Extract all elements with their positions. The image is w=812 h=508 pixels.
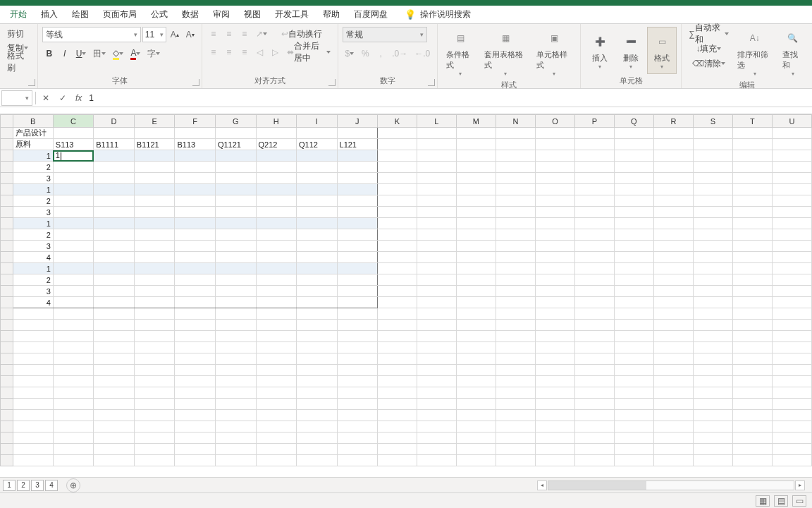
cell[interactable] xyxy=(456,320,496,331)
col-header-D[interactable]: D xyxy=(94,115,135,128)
cell[interactable] xyxy=(535,444,574,455)
cell[interactable]: 产品设计 xyxy=(13,128,53,139)
cell[interactable] xyxy=(337,184,377,195)
cell[interactable] xyxy=(297,162,337,173)
cell[interactable] xyxy=(614,128,653,139)
cell[interactable] xyxy=(732,139,772,150)
cell[interactable] xyxy=(377,365,417,376)
cell[interactable] xyxy=(256,162,296,173)
cell[interactable] xyxy=(53,320,93,331)
cell[interactable] xyxy=(653,399,693,410)
cell[interactable] xyxy=(574,263,614,274)
col-header-T[interactable]: T xyxy=(732,115,772,128)
cell[interactable] xyxy=(456,365,496,376)
cell[interactable] xyxy=(215,376,256,387)
conditional-format-button[interactable]: ▤ 条件格式▾ xyxy=(442,27,479,78)
cell[interactable] xyxy=(772,150,811,162)
cell[interactable] xyxy=(772,195,811,207)
col-header-N[interactable]: N xyxy=(496,115,535,128)
cell[interactable] xyxy=(134,353,175,365)
cell[interactable] xyxy=(256,308,296,320)
cell[interactable] xyxy=(496,365,535,376)
cell[interactable] xyxy=(496,139,535,150)
cell[interactable] xyxy=(377,218,417,229)
col-header-B[interactable]: B xyxy=(13,115,53,128)
col-header-S[interactable]: S xyxy=(693,115,732,128)
row-header[interactable] xyxy=(1,252,13,263)
cell[interactable] xyxy=(297,184,337,195)
cell[interactable] xyxy=(614,297,653,308)
cell[interactable] xyxy=(53,218,93,229)
cell[interactable] xyxy=(337,342,377,353)
col-header-E[interactable]: E xyxy=(134,115,175,128)
cell[interactable] xyxy=(732,387,772,399)
cell[interactable] xyxy=(53,308,93,320)
cell[interactable] xyxy=(53,252,93,263)
cell[interactable] xyxy=(574,218,614,229)
cell[interactable] xyxy=(732,218,772,229)
cell[interactable] xyxy=(614,410,653,421)
cell[interactable] xyxy=(535,399,574,410)
cell[interactable] xyxy=(134,297,175,308)
cell[interactable] xyxy=(693,139,732,150)
cell[interactable] xyxy=(772,320,811,331)
cell[interactable] xyxy=(732,195,772,207)
cell[interactable] xyxy=(13,308,53,320)
wrap-text-button[interactable]: ↩ 自动换行 xyxy=(278,27,325,41)
cell[interactable] xyxy=(535,320,574,331)
cell[interactable] xyxy=(134,387,175,399)
cell[interactable] xyxy=(377,444,417,455)
cell[interactable]: 3 xyxy=(13,286,53,297)
cell[interactable] xyxy=(13,399,53,410)
cell[interactable] xyxy=(337,353,377,365)
cell[interactable] xyxy=(175,229,215,241)
cell[interactable] xyxy=(693,286,732,297)
cell[interactable] xyxy=(535,433,574,444)
col-header-U[interactable]: U xyxy=(772,115,811,128)
cell-styles-button[interactable]: ▣ 单元格样式▾ xyxy=(532,27,576,78)
cell[interactable] xyxy=(417,241,456,252)
cell[interactable] xyxy=(297,376,337,387)
col-header-F[interactable]: F xyxy=(175,115,215,128)
cell[interactable] xyxy=(496,218,535,229)
cell[interactable] xyxy=(417,150,456,162)
cell[interactable] xyxy=(13,376,53,387)
cell[interactable] xyxy=(377,173,417,184)
cell[interactable] xyxy=(297,297,337,308)
cell[interactable] xyxy=(175,286,215,297)
cell[interactable] xyxy=(496,252,535,263)
cell[interactable] xyxy=(417,263,456,274)
cell[interactable] xyxy=(256,195,296,207)
cell[interactable] xyxy=(574,297,614,308)
cell[interactable] xyxy=(134,128,175,139)
cell[interactable] xyxy=(732,286,772,297)
cell[interactable] xyxy=(417,399,456,410)
cell[interactable] xyxy=(535,229,574,241)
align-top-icon[interactable]: ≡ xyxy=(207,27,221,41)
cell[interactable] xyxy=(653,128,693,139)
cell[interactable] xyxy=(256,387,296,399)
cell[interactable] xyxy=(297,241,337,252)
cell[interactable] xyxy=(297,433,337,444)
format-painter-button[interactable]: 格式刷 xyxy=(4,55,33,69)
cell[interactable]: 原料 xyxy=(13,139,53,150)
cell[interactable] xyxy=(256,150,296,162)
outline-level-4[interactable]: 4 xyxy=(45,480,58,491)
cell[interactable] xyxy=(417,139,456,150)
cell[interactable]: 2 xyxy=(13,274,53,286)
cell[interactable] xyxy=(456,410,496,421)
cell[interactable] xyxy=(175,387,215,399)
cell[interactable] xyxy=(732,128,772,139)
cell[interactable] xyxy=(574,353,614,365)
cell[interactable] xyxy=(377,410,417,421)
cell[interactable] xyxy=(614,331,653,342)
cell[interactable]: 4 xyxy=(13,297,53,308)
cell[interactable] xyxy=(535,139,574,150)
cell[interactable] xyxy=(417,218,456,229)
indent-increase-icon[interactable]: ▷ xyxy=(269,45,283,59)
cell[interactable] xyxy=(134,263,175,274)
menu-tab-4[interactable]: 公式 xyxy=(144,6,175,24)
cell[interactable] xyxy=(297,387,337,399)
cell[interactable] xyxy=(772,128,811,139)
cell[interactable] xyxy=(297,150,337,162)
